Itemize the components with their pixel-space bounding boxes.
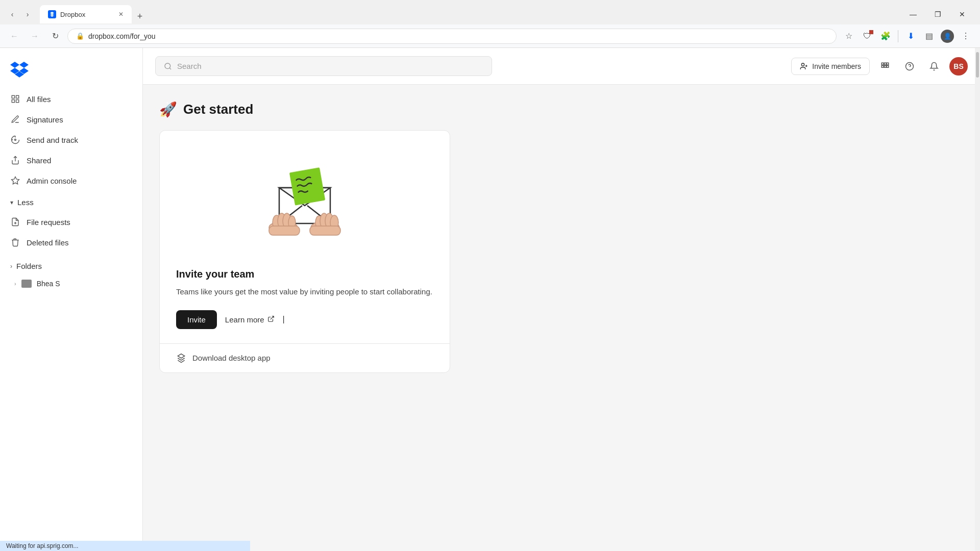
search-icon	[164, 62, 172, 70]
chevron-right-small-icon: ›	[14, 281, 16, 287]
apps-grid-button[interactable]	[876, 57, 894, 76]
new-tab-button[interactable]: +	[133, 9, 147, 23]
svg-rect-2	[12, 100, 14, 103]
page-title: 🚀 Get started	[159, 101, 964, 118]
menu-button[interactable]: ⋮	[958, 28, 974, 44]
card-title: Invite your team	[176, 268, 433, 280]
folders-toggle[interactable]: › Folders	[0, 257, 142, 276]
address-bar[interactable]: 🔒 dropbox.com/for_you	[67, 29, 837, 44]
svg-rect-15	[881, 65, 884, 67]
browser-avatar: 👤	[941, 30, 954, 43]
trash-icon	[10, 237, 20, 247]
tab-close-button[interactable]: ✕	[118, 11, 124, 18]
download-button[interactable]: ⬇	[902, 28, 919, 44]
back-button[interactable]: ←	[6, 28, 22, 44]
svg-rect-14	[887, 63, 889, 65]
svg-rect-13	[885, 63, 887, 65]
maximize-button[interactable]: ❐	[926, 6, 949, 22]
download-app-label: Download desktop app	[192, 354, 271, 362]
close-icon: ✕	[959, 10, 965, 18]
reload-button[interactable]: ↻	[47, 28, 63, 44]
browser-toolbar: ← → ↻ 🔒 dropbox.com/for_you ☆ 🛡 🧩 ⬇ ▤ 👤 …	[0, 24, 980, 48]
folders-label: Folders	[16, 262, 42, 270]
file-request-icon	[10, 217, 20, 227]
chevron-down-icon: ▾	[10, 199, 13, 206]
tab-nav-back[interactable]: ‹	[6, 8, 18, 20]
team-illustration	[249, 147, 361, 244]
less-section: ▾ Less File requests Deleted files	[0, 193, 142, 253]
svg-rect-20	[289, 167, 325, 205]
lock-icon: 🔒	[76, 32, 84, 40]
url-text: dropbox.com/for_you	[88, 32, 156, 40]
main-header: Search Invite members	[143, 48, 980, 85]
card-illustration	[160, 131, 450, 256]
chevron-right-icon: ›	[10, 263, 12, 270]
bell-icon	[929, 62, 939, 71]
tab-nav-forward[interactable]: ›	[21, 8, 34, 20]
admin-icon	[10, 176, 20, 186]
svg-rect-26	[269, 226, 300, 235]
cursor: |	[283, 315, 285, 324]
rocket-icon: 🚀	[159, 101, 177, 118]
sidebar-item-shared[interactable]: Shared	[0, 150, 142, 170]
active-tab[interactable]: Dropbox ✕	[40, 5, 132, 23]
toolbar-divider	[898, 30, 898, 42]
svg-rect-12	[881, 63, 884, 65]
user-avatar[interactable]: BS	[949, 57, 968, 76]
sidebar-toggle[interactable]: ▤	[921, 28, 937, 44]
svg-line-8	[169, 68, 171, 69]
pen-icon	[10, 114, 20, 124]
sidebar-logo-area	[0, 56, 142, 89]
sidebar-item-deleted-files[interactable]: Deleted files	[0, 232, 142, 253]
help-icon	[905, 62, 914, 71]
less-toggle[interactable]: ▾ Less	[0, 193, 142, 212]
sidebar-item-all-files[interactable]: All files	[0, 89, 142, 109]
extension-alert-button[interactable]: 🛡	[859, 28, 875, 44]
close-button[interactable]: ✕	[950, 6, 974, 22]
share-icon	[10, 155, 20, 165]
svg-rect-0	[12, 95, 14, 98]
svg-line-33	[270, 316, 273, 319]
search-bar[interactable]: Search	[155, 56, 492, 76]
extension-button[interactable]: 🧩	[877, 28, 894, 44]
dropbox-logo[interactable]	[10, 60, 29, 79]
svg-point-7	[165, 63, 170, 69]
send-icon	[10, 135, 20, 145]
invite-members-button[interactable]: Invite members	[791, 58, 870, 75]
card-body: Invite your team Teams like yours get th…	[160, 256, 450, 343]
maximize-icon: ❐	[935, 10, 941, 18]
help-button[interactable]	[900, 57, 919, 76]
notifications-button[interactable]	[925, 57, 943, 76]
forward-button[interactable]: →	[27, 28, 43, 44]
window-controls: — ❐ ✕	[901, 6, 974, 22]
svg-rect-32	[310, 226, 340, 235]
svg-rect-17	[887, 65, 889, 67]
card-description: Teams like yours get the most value by i…	[176, 286, 433, 298]
svg-rect-3	[16, 100, 19, 103]
invite-button[interactable]: Invite	[176, 310, 217, 329]
profile-button[interactable]: 👤	[939, 28, 955, 44]
header-actions: Invite members	[791, 57, 968, 76]
learn-more-button[interactable]: Learn more	[225, 315, 275, 324]
page-container: All files Signatures Send and track	[0, 48, 980, 551]
status-text: Waiting for api.sprig.com...	[6, 542, 79, 549]
scrollbar-track	[975, 48, 980, 551]
folder-item-bhea-s[interactable]: › Bhea S	[0, 276, 142, 292]
dropbox-small-icon	[176, 353, 186, 363]
bookmark-button[interactable]: ☆	[841, 28, 857, 44]
status-bar: Waiting for api.sprig.com...	[0, 541, 250, 551]
sidebar-item-send-and-track[interactable]: Send and track	[0, 130, 142, 150]
less-label: Less	[17, 198, 34, 207]
sidebar-item-signatures[interactable]: Signatures	[0, 109, 142, 130]
person-plus-icon	[800, 62, 808, 70]
main-content: Search Invite members	[143, 48, 980, 551]
sidebar-item-file-requests[interactable]: File requests	[0, 212, 142, 232]
card-footer-download[interactable]: Download desktop app	[160, 343, 450, 372]
minimize-button[interactable]: —	[901, 6, 925, 22]
svg-rect-1	[16, 95, 19, 98]
invite-team-card: Invite your team Teams like yours get th…	[159, 130, 450, 373]
learn-more-label: Learn more	[225, 315, 264, 324]
sidebar-item-admin-console[interactable]: Admin console	[0, 170, 142, 191]
scrollbar-thumb[interactable]	[976, 52, 979, 78]
tab-favicon	[48, 10, 56, 18]
